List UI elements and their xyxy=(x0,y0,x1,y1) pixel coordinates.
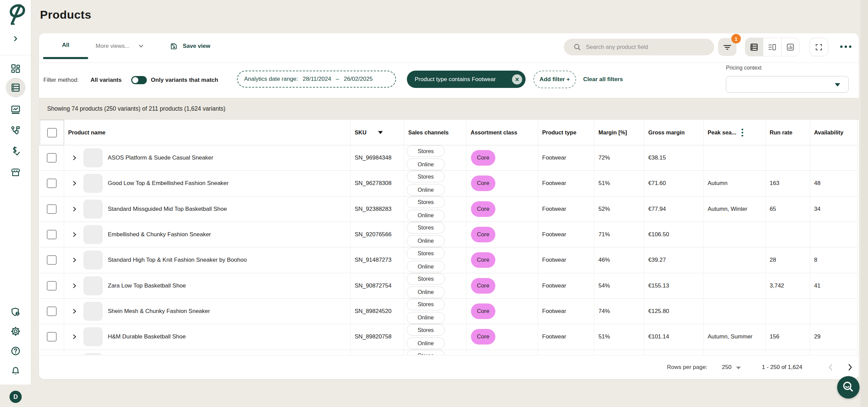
settings-icon[interactable] xyxy=(11,326,21,336)
expand-row-icon[interactable] xyxy=(72,334,77,339)
view-list-button[interactable] xyxy=(763,38,781,56)
products-icon[interactable] xyxy=(11,82,21,93)
admin-shield-icon[interactable] xyxy=(11,307,21,317)
notifications-icon[interactable] xyxy=(11,366,21,376)
sales-channels-cell: StoresOnline xyxy=(404,273,467,299)
peak-season-cell xyxy=(704,299,766,324)
expand-row-icon[interactable] xyxy=(72,181,77,186)
expand-row-icon[interactable] xyxy=(72,207,77,211)
row-checkbox[interactable] xyxy=(47,179,57,188)
gross-margin-cell: €155.13 xyxy=(644,273,704,299)
col-availability[interactable]: Availability xyxy=(810,120,857,145)
sales-channel-chip: Stores xyxy=(407,222,445,234)
expand-row-icon[interactable] xyxy=(72,283,77,288)
col-run-rate[interactable]: Run rate xyxy=(766,120,810,145)
col-peak-season[interactable]: Peak sea... xyxy=(704,120,766,145)
product-thumbnail xyxy=(83,174,103,193)
col-product-type[interactable]: Product type xyxy=(538,120,594,145)
sales-channel-chip: Online xyxy=(407,210,445,221)
pricing-icon[interactable] xyxy=(11,146,21,156)
search-input[interactable] xyxy=(586,44,698,51)
store-icon[interactable] xyxy=(11,167,21,178)
clear-all-filters-button[interactable]: Clear all filters xyxy=(583,71,623,88)
row-checkbox[interactable] xyxy=(47,281,57,291)
col-sku[interactable]: SKU xyxy=(351,120,404,145)
save-view-button[interactable]: Save view xyxy=(170,33,210,59)
rows-per-page-caret-icon[interactable] xyxy=(736,367,741,369)
expand-row-icon[interactable] xyxy=(72,232,77,237)
product-thumbnail xyxy=(83,148,103,167)
availability-cell: 48 xyxy=(810,171,857,196)
col-sales-channels[interactable]: Sales channels xyxy=(404,120,467,145)
variant-filter-toggle[interactable] xyxy=(131,76,147,84)
row-checkbox[interactable] xyxy=(47,332,57,341)
filter-all-variants-label: All variants xyxy=(91,62,122,98)
column-menu-icon[interactable] xyxy=(742,129,743,136)
analytics-icon[interactable] xyxy=(11,105,21,115)
availability-cell: 29 xyxy=(810,324,857,350)
product-name[interactable]: Zara Low Top Basketball Shoe xyxy=(108,282,186,289)
support-chat-button[interactable] xyxy=(837,376,860,399)
margin-cell: 72% xyxy=(594,145,644,171)
expand-row-icon[interactable] xyxy=(72,258,77,262)
availability-cell xyxy=(810,299,857,324)
product-name[interactable]: Standard Missguided Mid Top Basketball S… xyxy=(108,206,227,212)
tab-more-views[interactable]: More views... xyxy=(96,33,144,59)
col-assortment-class[interactable]: Assortment class xyxy=(467,120,538,145)
row-checkbox[interactable] xyxy=(47,153,57,163)
product-name[interactable]: Embellished & Chunky Fashion Sneaker xyxy=(108,231,211,238)
product-thumbnail xyxy=(83,327,103,346)
sidebar-expand-icon[interactable] xyxy=(12,35,19,42)
expand-row-icon[interactable] xyxy=(72,309,77,314)
journey-icon[interactable] xyxy=(11,125,21,135)
tab-active-indicator xyxy=(43,57,88,59)
row-checkbox[interactable] xyxy=(47,204,57,214)
row-checkbox[interactable] xyxy=(47,307,57,316)
col-gross-margin[interactable]: Gross margin xyxy=(644,120,704,145)
sales-channel-chip: Stores xyxy=(407,324,445,336)
rows-per-page-value[interactable]: 250 xyxy=(722,364,731,371)
product-name[interactable]: ASOS Platform & Suede Casual Sneaker xyxy=(108,154,213,161)
peak-season-cell xyxy=(704,350,766,355)
next-page-icon[interactable] xyxy=(846,363,854,372)
previous-page-icon[interactable] xyxy=(826,363,835,372)
margin-cell: 52% xyxy=(594,197,644,222)
product-name[interactable]: Standard High Top & Knit Fashion Sneaker… xyxy=(108,257,247,263)
sales-channel-chip: Online xyxy=(407,337,445,349)
help-icon[interactable] xyxy=(11,346,21,356)
add-filter-button[interactable]: Add filter + xyxy=(533,71,576,88)
more-actions-button[interactable] xyxy=(840,43,852,50)
peak-season-cell: Autumn, Summer xyxy=(704,324,766,350)
sales-channel-chip: Stores xyxy=(407,197,445,208)
tab-all[interactable]: All xyxy=(43,33,88,57)
col-product-name[interactable]: Product name xyxy=(64,120,351,145)
view-chart-button[interactable] xyxy=(781,38,799,56)
remove-filter-icon[interactable]: × xyxy=(512,74,522,85)
product-type-filter-pill[interactable]: Product type contains Footwear × xyxy=(407,71,526,88)
user-avatar[interactable]: D xyxy=(9,391,22,403)
product-name[interactable]: H&M Durable Basketball Shoe xyxy=(108,333,186,340)
assortment-cell: Core xyxy=(467,197,538,222)
products-table: Product name SKU Sales channels Assortme… xyxy=(40,120,858,355)
dashboard-icon[interactable] xyxy=(11,63,21,74)
table-row: Good Low Top & Embellished Fashion Sneak… xyxy=(40,171,858,196)
product-type-cell: Footwear xyxy=(538,273,594,299)
date-range-filter-pill[interactable]: Analytics date range: 28/11/2024 – 26/02… xyxy=(237,71,396,88)
sales-channel-chip: Stores xyxy=(407,145,445,157)
fullscreen-button[interactable] xyxy=(809,38,828,56)
gross-margin-cell: €125.80 xyxy=(644,299,704,324)
pricing-context-select[interactable] xyxy=(726,76,849,93)
row-checkbox[interactable] xyxy=(47,230,57,239)
row-checkbox[interactable] xyxy=(47,255,57,265)
date-range-label: Analytics date range: xyxy=(244,76,298,82)
margin-cell: 54% xyxy=(594,273,644,299)
select-all-checkbox[interactable] xyxy=(47,128,57,137)
product-name[interactable]: Shein Mesh & Chunky Fashion Sneaker xyxy=(108,308,210,315)
view-table-button[interactable] xyxy=(745,38,763,56)
sales-channels-cell: StoresOnline xyxy=(404,324,467,350)
product-thumbnail xyxy=(83,302,103,321)
product-name[interactable]: Good Low Top & Embellished Fashion Sneak… xyxy=(108,180,229,187)
col-margin[interactable]: Margin [%] xyxy=(594,120,644,145)
expand-row-icon[interactable] xyxy=(72,155,77,160)
peak-season-cell xyxy=(704,247,766,273)
